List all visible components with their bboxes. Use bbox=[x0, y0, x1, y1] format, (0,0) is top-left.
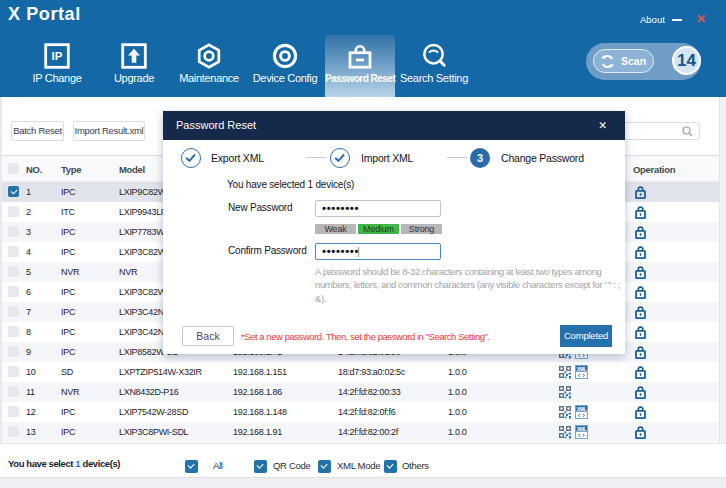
svg-text:XML: XML bbox=[577, 426, 587, 432]
svg-text:XML: XML bbox=[577, 366, 587, 372]
svg-text:IP: IP bbox=[52, 50, 63, 62]
svg-text:XML: XML bbox=[577, 406, 587, 412]
